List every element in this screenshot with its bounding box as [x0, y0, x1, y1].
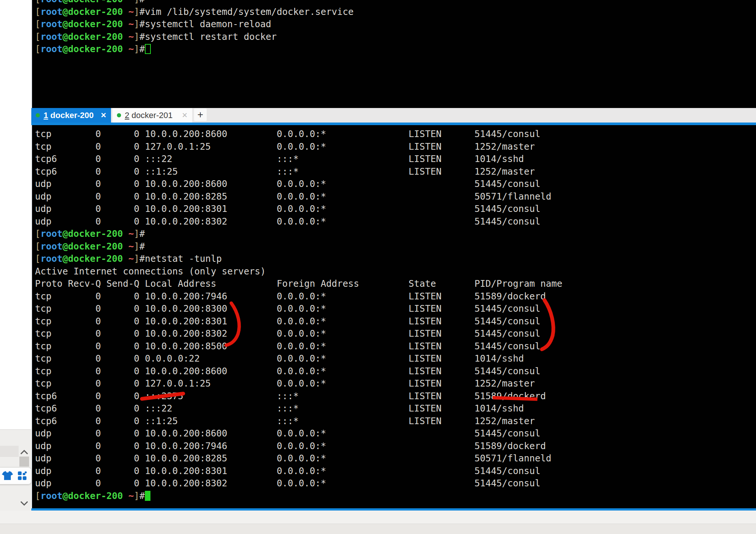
netstat-row: udp 0 0 10.0.0.200:8302 0.0.0.0:* 51445/…: [35, 215, 756, 228]
window-frame-line-top: [31, 123, 756, 125]
terminal-top[interactable]: [root@docker-200 ~]#[root@docker-200 ~]#…: [31, 0, 756, 108]
session-tab-docker-200[interactable]: 1 docker-200✕: [31, 108, 111, 123]
netstat-row: tcp6 0 0 ::1:25 :::* LISTEN 1252/master: [35, 165, 756, 178]
prompt-line: [root@docker-200 ~]#: [35, 43, 756, 55]
netstat-row: tcp 0 0 10.0.0.200:8600 0.0.0.0:* LISTEN…: [35, 128, 756, 140]
session-tab-docker-201[interactable]: 2 docker-201✕: [112, 108, 192, 123]
netstat-row: tcp 0 0 10.0.0.200:8600 0.0.0.0:* LISTEN…: [35, 365, 756, 378]
session-tab-bar: 1 docker-200✕2 docker-201✕ +: [31, 108, 756, 123]
netstat-row: tcp 0 0 127.0.0.1:25 0.0.0.0:* LISTEN 12…: [35, 377, 756, 390]
netstat-row: tcp 0 0 127.0.0.1:25 0.0.0.0:* LISTEN 12…: [35, 140, 756, 153]
netstat-row: tcp 0 0 10.0.0.200:8301 0.0.0.0:* LISTEN…: [35, 315, 756, 328]
netstat-row: udp 0 0 10.0.0.200:8600 0.0.0.0:* 51445/…: [35, 427, 756, 440]
background-strip: [0, 511, 756, 524]
connected-status-dot: [36, 113, 40, 117]
netstat-row: tcp6 0 0 ::1:25 :::* LISTEN 1252/master: [35, 415, 756, 427]
netstat-row: udp 0 0 10.0.0.200:8600 0.0.0.0:* 51445/…: [35, 178, 756, 190]
background-panel-block: [0, 446, 19, 457]
prompt-line: [root@docker-200 ~]#: [35, 240, 756, 253]
ime-menu-grid-icon[interactable]: [18, 471, 27, 480]
scrollbar-thumb[interactable]: [19, 457, 29, 467]
prompt-line: [root@docker-200 ~]#netstat -tunlp: [35, 252, 756, 265]
terminal-text-line: Active Internet connections (only server…: [35, 265, 756, 278]
scroll-up-icon[interactable]: [19, 449, 29, 456]
netstat-row: udp 0 0 10.0.0.200:8301 0.0.0.0:* 51445/…: [35, 203, 756, 215]
prompt-line: [root@docker-200 ~]#: [35, 228, 756, 240]
netstat-row: tcp 0 0 10.0.0.200:8500 0.0.0.0:* LISTEN…: [35, 340, 756, 353]
screen: { "prompt": { "open": "[", "user": "root…: [0, 0, 756, 534]
netstat-row: tcp6 0 0 :::22 :::* LISTEN 1014/sshd: [35, 153, 756, 165]
prompt-line: [root@docker-200 ~]#systemctl daemon-rel…: [35, 18, 756, 31]
taskbar-strip: [0, 524, 756, 534]
netstat-row: tcp 0 0 0.0.0.0:22 0.0.0.0:* LISTEN 1014…: [35, 352, 756, 365]
netstat-row: udp 0 0 10.0.0.200:8285 0.0.0.0:* 50571/…: [35, 190, 756, 203]
tab-label: 1 docker-200: [44, 111, 94, 120]
input-method-toolbar: [0, 468, 31, 484]
netstat-row: udp 0 0 10.0.0.200:8302 0.0.0.0:* 51445/…: [35, 477, 756, 490]
netstat-row: tcp6 0 0 :::22 :::* LISTEN 1014/sshd: [35, 402, 756, 415]
terminal-top-content: [root@docker-200 ~]#[root@docker-200 ~]#…: [32, 0, 756, 55]
prompt-line: [root@docker-200 ~]#: [35, 490, 756, 502]
new-tab-button[interactable]: +: [194, 108, 207, 121]
netstat-row: tcp 0 0 10.0.0.200:7946 0.0.0.0:* LISTEN…: [35, 290, 756, 303]
close-icon[interactable]: ✕: [101, 112, 107, 119]
scroll-down-icon[interactable]: [19, 499, 29, 507]
terminal-cursor: [145, 491, 150, 501]
close-icon[interactable]: ✕: [182, 112, 188, 119]
terminal-text-line: Proto Recv-Q Send-Q Local Address Foreig…: [35, 277, 756, 290]
ime-skin-tshirt-icon[interactable]: [2, 471, 13, 481]
prompt-line: [root@docker-200 ~]#: [35, 0, 756, 6]
plus-icon: +: [197, 109, 203, 121]
prompt-line: [root@docker-200 ~]#systemctl restart do…: [35, 31, 756, 43]
netstat-row: tcp 0 0 10.0.0.200:8300 0.0.0.0:* LISTEN…: [35, 302, 756, 315]
netstat-row: tcp 0 0 10.0.0.200:8302 0.0.0.0:* LISTEN…: [35, 327, 756, 340]
terminal-cursor: [145, 44, 151, 54]
netstat-row: udp 0 0 10.0.0.200:8285 0.0.0.0:* 50571/…: [35, 452, 756, 465]
terminal-main-content: tcp 0 0 10.0.0.200:8600 0.0.0.0:* LISTEN…: [32, 125, 756, 502]
tab-label: 2 docker-201: [125, 111, 172, 120]
tabs-container: 1 docker-200✕2 docker-201✕: [31, 108, 192, 123]
connected-status-dot: [117, 113, 121, 117]
prompt-line: [root@docker-200 ~]#vim /lib/systemd/sys…: [35, 6, 756, 18]
netstat-row: udp 0 0 10.0.0.200:8301 0.0.0.0:* 51445/…: [35, 465, 756, 477]
terminal-main[interactable]: tcp 0 0 10.0.0.200:8600 0.0.0.0:* LISTEN…: [31, 125, 756, 508]
netstat-row: udp 0 0 10.0.0.200:7946 0.0.0.0:* 51589/…: [35, 440, 756, 452]
netstat-row: tcp6 0 0 :::2375 :::* LISTEN 51589/docke…: [35, 390, 756, 403]
